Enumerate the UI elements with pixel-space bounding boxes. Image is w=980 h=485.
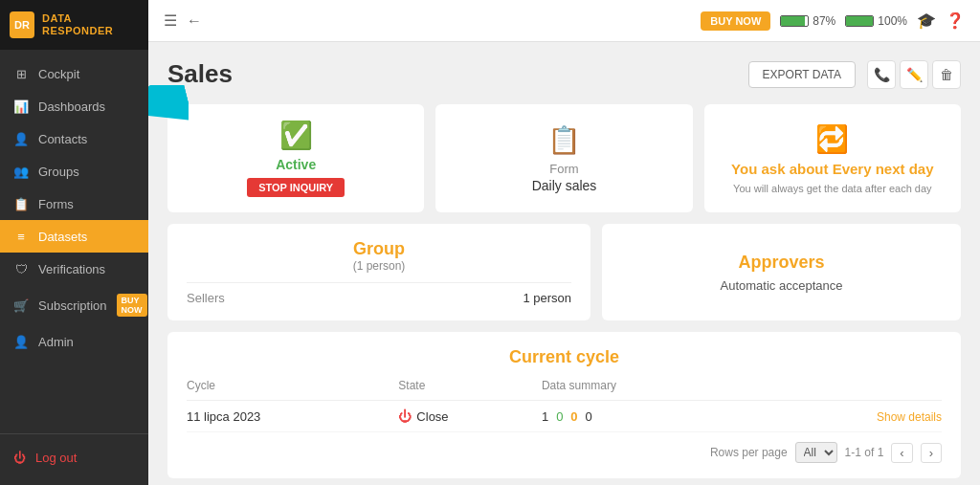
table-header-row: Cycle State Data summary: [187, 379, 942, 401]
header-actions: EXPORT DATA 📞 ✏️ 🗑: [748, 60, 961, 89]
group-card: Group (1 person) Sellers 1 person: [167, 224, 590, 320]
sidebar-item-datasets[interactable]: ≡ Datasets: [0, 220, 148, 253]
schedule-subtitle: You will always get the data after each …: [733, 183, 932, 194]
data-val-2: 0: [556, 409, 563, 424]
forms-icon: 📋: [13, 196, 29, 211]
sidebar-item-label: Contacts: [38, 132, 87, 146]
data-summary-cell: 1 0 0 0: [542, 401, 755, 432]
pagination-row: Rows per page All 1-1 of 1 ‹ ›: [187, 442, 942, 463]
form-icon: 📋: [547, 124, 581, 156]
data-val-3: 0: [570, 409, 577, 424]
group-count: 1 person: [523, 291, 571, 305]
prev-page-button[interactable]: ‹: [891, 443, 912, 463]
data-summary: 1 0 0 0: [542, 409, 755, 424]
form-value: Daily sales: [532, 178, 597, 193]
mid-row: Group (1 person) Sellers 1 person Approv…: [167, 224, 961, 320]
rows-per-page-label: Rows per page: [710, 446, 788, 459]
sidebar-item-label: Datasets: [38, 230, 87, 244]
back-icon[interactable]: ←: [187, 12, 202, 30]
logout-label: Log out: [35, 451, 77, 465]
grid-icon: ⊞: [13, 66, 29, 81]
column-state: State: [398, 379, 542, 401]
cycle-title: Current cycle: [187, 347, 942, 367]
edit-icon-button[interactable]: ✏️: [900, 60, 928, 89]
topbar-left: ☰ ←: [164, 11, 202, 30]
stop-inquiry-button[interactable]: STOP INQUIRY: [247, 178, 345, 197]
sidebar-item-admin[interactable]: 👤 Admin: [0, 325, 148, 358]
chart-icon: 📊: [13, 99, 29, 114]
rows-per-page-select[interactable]: All: [795, 442, 837, 463]
battery1-indicator: 87%: [780, 14, 835, 28]
active-status: Active: [276, 157, 316, 172]
cycle-state: ⏻ Close: [398, 401, 542, 432]
cart-icon: 🛒: [13, 298, 29, 313]
show-details-link[interactable]: Show details: [877, 410, 942, 424]
next-page-button[interactable]: ›: [921, 443, 942, 463]
power-icon: ⏻: [398, 408, 412, 424]
data-val-4: 0: [586, 409, 592, 424]
form-card: 📋 Form Daily sales: [435, 104, 692, 212]
column-cycle: Cycle: [187, 379, 398, 401]
sidebar-item-verifications[interactable]: 🛡 Verifications: [0, 253, 148, 285]
delete-icon-button[interactable]: 🗑: [932, 60, 961, 89]
topbar: ☰ ← BUY NOW 87% 100% 🎓 ❓: [148, 0, 980, 42]
sidebar-item-label: Dashboards: [38, 99, 105, 114]
sidebar-item-subscription[interactable]: 🛒 Subscription BUY NOW: [0, 285, 148, 325]
battery1-label: 87%: [813, 14, 835, 28]
sidebar-item-dashboards[interactable]: 📊 Dashboards: [0, 90, 148, 122]
column-actions: [755, 379, 942, 401]
sidebar-bottom: ⏻ Log out: [0, 433, 148, 485]
main-content: ☰ ← BUY NOW 87% 100% 🎓 ❓ Sales EXPORT DA…: [148, 0, 980, 485]
state-text: Close: [416, 409, 448, 424]
logo-text: DATA RESPONDER: [42, 12, 139, 37]
logout-button[interactable]: ⏻ Log out: [0, 442, 148, 474]
menu-icon[interactable]: ☰: [164, 11, 177, 30]
sidebar-item-label: Subscription: [38, 298, 107, 313]
page-info: 1-1 of 1: [845, 446, 884, 459]
teal-arrow: [148, 85, 189, 138]
cycle-date: 11 lipca 2023: [187, 401, 398, 432]
sidebar-item-contacts[interactable]: 👤 Contacts: [0, 122, 148, 155]
approvers-card: Approvers Automatic acceptance: [602, 224, 961, 320]
battery2-indicator: 100%: [845, 14, 907, 28]
buy-now-badge: BUY NOW: [117, 294, 147, 317]
cycle-table: Cycle State Data summary 11 lipca 2023 ⏻…: [187, 379, 942, 432]
status-card: ✅ Active STOP INQUIRY: [167, 104, 424, 212]
group-title: Group: [187, 239, 571, 259]
sidebar: DR DATA RESPONDER ⊞ Cockpit 📊 Dashboards…: [0, 0, 148, 485]
schedule-title: You ask about Every next day: [731, 161, 933, 177]
sidebar-item-cockpit[interactable]: ⊞ Cockpit: [0, 57, 148, 90]
content-header: Sales EXPORT DATA 📞 ✏️ 🗑: [167, 59, 961, 89]
graduation-icon[interactable]: 🎓: [917, 11, 936, 30]
sidebar-logo: DR DATA RESPONDER: [0, 0, 148, 50]
phone-icon-button[interactable]: 📞: [867, 60, 896, 89]
cycle-card: Current cycle Cycle State Data summary 1…: [167, 332, 961, 478]
logo-icon: DR: [10, 11, 34, 38]
sidebar-item-label: Verifications: [38, 262, 105, 276]
topbar-right: BUY NOW 87% 100% 🎓 ❓: [701, 11, 965, 31]
group-row: Sellers 1 person: [187, 282, 571, 305]
arrow-container: ✅ Active STOP INQUIRY 📋 Form Daily sales…: [167, 104, 961, 212]
table-row: 11 lipca 2023 ⏻ Close 1 0 0: [187, 401, 942, 432]
group-subtitle: (1 person): [187, 259, 571, 273]
cards-row: ✅ Active STOP INQUIRY 📋 Form Daily sales…: [167, 104, 961, 212]
form-label: Form: [549, 162, 578, 176]
group-seller-label: Sellers: [187, 291, 225, 305]
export-button[interactable]: EXPORT DATA: [748, 61, 856, 88]
data-val-1: 1: [542, 409, 548, 424]
buy-now-topbar-button[interactable]: BUY NOW: [701, 11, 770, 31]
sidebar-item-label: Forms: [38, 197, 74, 211]
sidebar-nav: ⊞ Cockpit 📊 Dashboards 👤 Contacts 👥 Grou…: [0, 50, 148, 433]
person-icon: 👤: [13, 131, 29, 146]
battery1-bar: [780, 15, 809, 27]
help-icon[interactable]: ❓: [946, 11, 965, 30]
check-circle-icon: ✅: [279, 120, 313, 151]
approvers-text: Automatic acceptance: [721, 278, 843, 293]
approvers-title: Approvers: [738, 253, 824, 273]
schedule-card: 🔁 You ask about Every next day You will …: [704, 104, 961, 212]
sidebar-item-groups[interactable]: 👥 Groups: [0, 155, 148, 187]
sidebar-item-label: Groups: [38, 165, 79, 179]
state-close-container: ⏻ Close: [398, 408, 542, 424]
sidebar-item-label: Admin: [38, 335, 74, 349]
sidebar-item-forms[interactable]: 📋 Forms: [0, 187, 148, 220]
